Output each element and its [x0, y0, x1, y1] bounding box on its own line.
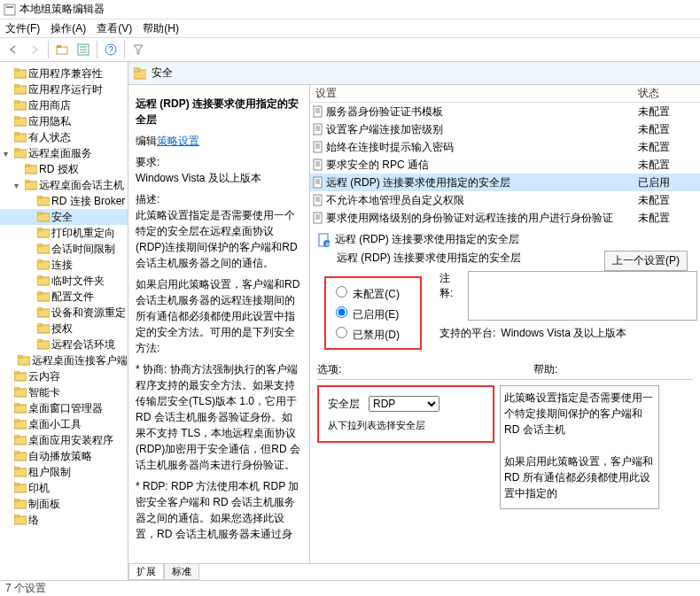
tree-item[interactable]: RD 授权 [0, 161, 128, 177]
tree-item[interactable]: 应用程序兼容性 [0, 66, 128, 81]
setting-row[interactable]: 远程 (RDP) 连接要求使用指定的安全层已启用 [310, 174, 700, 191]
tree-item[interactable]: 应用商店 [0, 97, 128, 113]
svg-rect-1 [6, 6, 13, 8]
filter-button[interactable] [128, 40, 148, 59]
tab-standard[interactable]: 标准 [164, 564, 199, 580]
nav-tree[interactable]: 应用程序兼容性应用程序运行时应用商店应用隐私有人状态▾远程桌面服务RD 授权▾远… [0, 62, 128, 580]
detail-title: 远程 (RDP) 连接要求使用指定的安全层 [335, 232, 519, 247]
tree-item[interactable]: 自动播放策略 [0, 448, 128, 464]
setting-row[interactable]: 服务器身份验证证书模板未配置 [310, 103, 700, 120]
desc-label: 描述: [136, 193, 159, 205]
tree-item[interactable]: 会话时间限制 [0, 241, 128, 257]
tree-item[interactable]: 远程桌面连接客户端 [0, 352, 128, 368]
edit-label: 编辑 [136, 135, 157, 147]
menu-file[interactable]: 文件(F) [5, 21, 40, 36]
tree-item[interactable]: 桌面小工具 [0, 416, 128, 432]
setting-icon [310, 141, 326, 153]
folder-icon [18, 354, 30, 367]
radio-enabled[interactable]: 已启用(E) [331, 304, 415, 322]
folder-icon [37, 306, 50, 319]
setting-row[interactable]: 设置客户端连接加密级别未配置 [310, 120, 700, 138]
svg-rect-94 [314, 213, 322, 223]
folder-icon [37, 227, 50, 239]
tree-item[interactable]: 设备和资源重定 [0, 305, 128, 321]
setting-row[interactable]: 不允许本地管理员自定义权限未配置 [310, 191, 700, 209]
back-button[interactable] [4, 40, 23, 59]
tree-item[interactable]: 应用程序运行时 [0, 81, 128, 97]
state-radio-group: 未配置(C) 已启用(E) 已禁用(D) [324, 276, 422, 350]
folder-icon [14, 147, 27, 159]
setting-row[interactable]: 要求安全的 RPC 通信未配置 [310, 156, 700, 174]
tree-item[interactable]: 制面板 [0, 496, 128, 512]
list-body: 服务器身份验证证书模板未配置设置客户端连接加密级别未配置始终在连接时提示输入密码… [310, 103, 700, 227]
tree-item[interactable]: 租户限制 [0, 464, 128, 480]
up-button[interactable] [52, 40, 72, 59]
tree-item[interactable]: 临时文件夹 [0, 273, 128, 289]
settings-pane: 设置 状态 服务器身份验证证书模板未配置设置客户端连接加密级别未配置始终在连接时… [310, 85, 700, 563]
tree-item[interactable]: RD 连接 Broker [0, 193, 128, 209]
svg-rect-63 [14, 483, 19, 485]
svg-rect-90 [314, 195, 322, 205]
setting-icon [310, 212, 326, 224]
setting-row[interactable]: 要求使用网络级别的身份验证对远程连接的用户进行身份验证未配置 [310, 209, 700, 227]
tree-item[interactable]: 智能卡 [0, 384, 128, 400]
folder-icon [14, 434, 27, 446]
tree-item[interactable]: 授权 [0, 321, 128, 337]
tab-extended[interactable]: 扩展 [128, 564, 164, 580]
detail-subtext: 远程 (RDP) 连接要求使用指定的安全层 [317, 251, 604, 266]
col-name[interactable]: 设置 [310, 86, 638, 101]
setting-icon [310, 159, 326, 171]
menu-help[interactable]: 帮助(H) [143, 21, 179, 36]
menu-view[interactable]: 查看(V) [97, 21, 132, 36]
tree-item[interactable]: ▾远程桌面服务 [0, 145, 128, 161]
svg-rect-13 [14, 84, 19, 87]
setting-row[interactable]: 始终在连接时提示输入密码未配置 [310, 138, 700, 156]
tree-item[interactable]: 络 [0, 512, 128, 528]
policy-icon: ⚙ [317, 234, 330, 246]
folder-icon [14, 402, 27, 414]
svg-rect-41 [37, 307, 42, 310]
tree-item[interactable]: 云内容 [0, 368, 128, 384]
folder-icon [25, 179, 37, 191]
forward-button[interactable] [25, 40, 44, 59]
titlebar: 本地组策略编辑器 [0, 0, 700, 19]
tree-item[interactable]: 桌面应用安装程序 [0, 432, 128, 448]
status-text: 7 个设置 [5, 581, 46, 596]
security-layer-select[interactable]: RDP [369, 396, 439, 412]
svg-rect-27 [37, 196, 42, 198]
main: 应用程序兼容性应用程序运行时应用商店应用隐私有人状态▾远程桌面服务RD 授权▾远… [0, 62, 700, 580]
comment-textarea[interactable] [468, 271, 697, 321]
tree-item[interactable]: 有人状态 [0, 129, 128, 145]
menu-action[interactable]: 操作(A) [51, 21, 86, 36]
tree-item[interactable]: 印机 [0, 480, 128, 496]
svg-rect-43 [37, 323, 42, 326]
tree-item[interactable]: ▾远程桌面会话主机 [0, 177, 128, 193]
radio-disabled[interactable]: 已禁用(D) [331, 324, 415, 343]
tree-item[interactable]: 配置文件 [0, 289, 128, 305]
folder-icon [37, 338, 50, 351]
options-header: 选项: 帮助: [317, 362, 693, 380]
edit-link[interactable]: 策略设置 [157, 135, 199, 147]
list-header: 设置 状态 [310, 85, 700, 103]
col-state[interactable]: 状态 [638, 86, 700, 101]
svg-rect-55 [14, 419, 19, 422]
tree-item[interactable]: 连接 [0, 257, 128, 273]
folder-icon [37, 211, 50, 223]
detail-button[interactable] [74, 40, 93, 59]
desc-p1: 此策略设置指定是否需要使用一个特定的安全层在远程桌面协议(RDP)连接期间保护的… [136, 209, 298, 269]
security-layer-group: 安全层 RDP 从下拉列表选择安全层 [317, 385, 494, 443]
tree-item[interactable]: 应用隐私 [0, 113, 128, 129]
svg-rect-59 [14, 451, 19, 453]
svg-rect-67 [14, 515, 19, 517]
svg-rect-17 [14, 116, 19, 119]
tree-item[interactable]: 桌面窗口管理器 [0, 400, 128, 416]
tree-item[interactable]: 远程会话环境 [0, 337, 128, 352]
tree-item[interactable]: 安全 [0, 209, 128, 225]
tree-item[interactable]: 打印机重定向 [0, 225, 128, 241]
help-button[interactable]: ? [101, 40, 121, 59]
radio-unconfigured[interactable]: 未配置(C) [331, 283, 415, 302]
prev-setting-button[interactable]: 上一个设置(P) [604, 251, 688, 271]
svg-rect-45 [37, 339, 42, 342]
mid: 远程 (RDP) 连接要求使用指定的安全层 编辑策略设置 要求: Windows… [128, 85, 700, 563]
desc-p2: 如果启用此策略设置，客户端和RD 会话主机服务器的远程连接期间的所有通信都必须都… [136, 276, 302, 356]
